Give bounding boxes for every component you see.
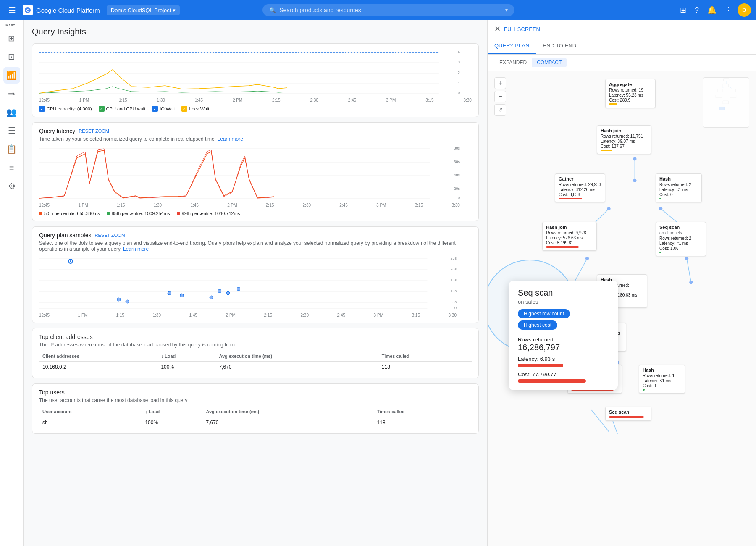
node-seq-scan-channels[interactable]: Seq scan on channels Rows returned: 2 La… (656, 222, 706, 256)
plan-canvas[interactable]: + − ↺ (488, 71, 756, 546)
more-options-icon[interactable]: ⋮ (722, 2, 736, 18)
sidebar-item-list2[interactable]: ≡ (3, 159, 20, 176)
svg-rect-69 (722, 84, 728, 87)
query-plan-title: Query plan samples RESET ZOOM (39, 232, 472, 239)
svg-text:5s: 5s (452, 300, 457, 304)
query-plan-desc: Select one of the dots to see a query pl… (39, 240, 472, 252)
col-load[interactable]: ↓ Load (158, 351, 215, 362)
content-area: Query Insights 4 3 2 1 0 (24, 20, 487, 546)
avg-time-cell: 7,670 (215, 362, 378, 373)
top-clients-table: Client addresses ↓ Load Avg execution ti… (39, 351, 472, 373)
popup-cost-bar (518, 379, 586, 383)
node-seq-scan-channels-bar (659, 252, 662, 253)
svg-point-62 (685, 257, 688, 260)
user-avatar[interactable]: D (738, 3, 751, 17)
sidebar-item-dashboard[interactable]: ⊡ (3, 48, 20, 65)
chevron-down-icon: ▾ (173, 7, 176, 13)
svg-text:3: 3 (458, 60, 460, 64)
svg-text:10s: 10s (450, 289, 457, 293)
svg-point-39 (168, 291, 171, 295)
page-title: Query Insights (32, 27, 479, 37)
svg-text:2: 2 (458, 71, 460, 75)
close-button[interactable]: ✕ (494, 24, 501, 34)
sidebar-item-analytics[interactable]: 📶 (3, 67, 20, 84)
sidebar-item-users[interactable]: 👥 (3, 104, 20, 121)
svg-text:80s: 80s (454, 146, 460, 150)
minimap-svg (704, 78, 749, 127)
sub-tab-expanded[interactable]: EXPANDED (494, 58, 532, 67)
zoom-out-button[interactable]: − (494, 91, 506, 102)
expand-search-icon[interactable]: ▾ (505, 7, 508, 13)
sidebar-item-home[interactable]: ⊞ (3, 30, 20, 47)
cpu-chart-legend: ✓ CPU capacity: (4.000) ✓ CPU and CPU wa… (39, 106, 472, 112)
top-clients-desc: The IP addresses where most of the datab… (39, 342, 472, 348)
svg-point-44 (237, 287, 240, 291)
table-row: 10.168.0.2 100% 7,670 118 (39, 362, 472, 373)
svg-text:15s: 15s (450, 278, 457, 282)
latency-learn-more[interactable]: Learn more (217, 136, 243, 142)
popup-latency-bar (518, 364, 563, 367)
seq-scan-popup[interactable]: Seq scan on sales Highest row count High… (509, 281, 618, 390)
col-user-account: User account (39, 407, 142, 417)
node-hash-4[interactable]: Hash Rows returned: 1 Latency: <1 ms Cos… (639, 365, 685, 394)
latency-reset-zoom[interactable]: RESET ZOOM (79, 129, 109, 134)
svg-point-54 (633, 157, 636, 160)
popup-subtitle: on sales (518, 299, 609, 305)
svg-text:0: 0 (454, 306, 457, 310)
hamburger-menu[interactable]: ☰ (5, 2, 19, 18)
search-bar[interactable]: 🔍 ▾ (262, 4, 514, 16)
svg-text:4: 4 (458, 50, 460, 54)
zoom-in-button[interactable]: + (494, 77, 506, 89)
node-gather[interactable]: Gather Rows returned: 29,933 Latency: 31… (555, 173, 605, 202)
help-icon[interactable]: ? (691, 3, 702, 18)
top-clients-section: Top client addresses The IP addresses wh… (32, 328, 479, 378)
query-plan-learn-more[interactable]: Learn more (123, 246, 149, 252)
apps-icon[interactable]: ⊞ (677, 2, 690, 18)
node-hash-2[interactable]: Hash Rows returned: 2 Latency: <1 ms Cos… (656, 173, 702, 202)
sidebar-item-transfers[interactable]: ⇒ (3, 85, 20, 102)
project-selector[interactable]: Dom's CloudSQL Project ▾ (107, 5, 180, 15)
query-plan-reset-zoom[interactable]: RESET ZOOM (95, 233, 126, 238)
percentile-legend: 50th percentile: 655.360ms 95th percenti… (39, 211, 460, 216)
popup-badge-row-count: Highest row count (518, 309, 570, 318)
svg-text:20s: 20s (454, 186, 460, 191)
svg-rect-71 (730, 89, 735, 92)
svg-point-58 (659, 207, 662, 210)
panel-sub-tabs: EXPANDED COMPACT (488, 55, 756, 71)
col-user-load[interactable]: ↓ Load (142, 407, 202, 417)
tab-query-plan[interactable]: QUERY PLAN (488, 38, 536, 54)
node-seq-scan-bottom[interactable]: Seq scan (605, 407, 651, 421)
svg-rect-72 (716, 95, 722, 98)
perc-50: 50th percentile: 655.360ms (39, 211, 100, 216)
top-users-table: User account ↓ Load Avg execution time (… (39, 407, 472, 428)
tab-end-to-end[interactable]: END TO END (536, 38, 583, 54)
search-input[interactable] (279, 7, 502, 13)
google-logo: G (23, 5, 33, 15)
sidebar-item-settings[interactable]: ⚙ (3, 178, 20, 194)
top-navigation: ☰ G Google Cloud Platform Dom's CloudSQL… (0, 0, 756, 20)
svg-text:60s: 60s (454, 160, 460, 164)
project-name: Dom's CloudSQL Project (111, 7, 171, 13)
query-plan-section: Query plan samples RESET ZOOM Select one… (32, 226, 479, 323)
popup-rows-value: 16,286,797 (518, 343, 609, 352)
fullscreen-button[interactable]: FULLSCREEN (504, 26, 540, 32)
user-times-cell: 118 (374, 417, 472, 428)
node-hash-join-1[interactable]: Hash join Rows returned: 11,751 Latency:… (597, 125, 651, 154)
sidebar-item-list1[interactable]: ☰ (3, 122, 20, 139)
main-layout: MAST... ⊞ ⊡ 📶 ⇒ 👥 ☰ 📋 ≡ ⚙ Query Insights… (0, 20, 756, 546)
brand-name: Google Cloud Platform (36, 7, 100, 14)
latency-title: Query latency RESET ZOOM (39, 128, 472, 134)
sidebar-item-reports[interactable]: 📋 (3, 141, 20, 158)
svg-point-37 (117, 298, 121, 301)
notifications-icon[interactable]: 🔔 (704, 2, 720, 18)
node-hash-join-2[interactable]: Hash join Rows returned: 9,978 Latency: … (542, 222, 597, 251)
sub-tab-compact[interactable]: COMPACT (532, 58, 567, 67)
zoom-reset-button[interactable]: ↺ (494, 104, 506, 116)
svg-line-78 (730, 87, 733, 89)
node-aggregate[interactable]: Aggregate Rows returned: 19 Latency: 56.… (605, 79, 656, 108)
latency-chart-section: Query latency RESET ZOOM Time taken by y… (32, 122, 479, 221)
search-icon: 🔍 (269, 7, 276, 13)
col-user-avg-time: Avg execution time (ms) (202, 407, 373, 417)
svg-text:25s: 25s (450, 256, 457, 260)
svg-point-43 (226, 291, 230, 295)
